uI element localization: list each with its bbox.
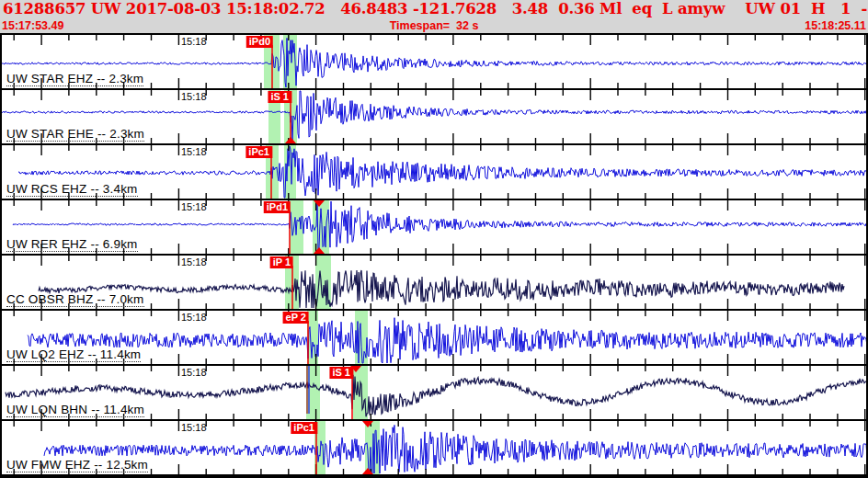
- seismogram-trace[interactable]: [39, 270, 844, 308]
- seismogram-trace[interactable]: [44, 425, 868, 473]
- left-frame-border: [0, 33, 2, 474]
- waveform-panel-3[interactable]: 15:18iPc1UW RCS EHZ -- 3.4km: [0, 143, 868, 199]
- timespan-label: Timespan= 32 s: [390, 19, 479, 32]
- minute-tick-label: 15:18: [181, 147, 207, 157]
- waveform-panel-8[interactable]: 15:18iPc1UW FMW EHZ -- 12.5km: [0, 419, 868, 474]
- seismogram-trace[interactable]: [18, 146, 868, 198]
- station-label: UW STAR EHZ -- 2.3km: [6, 73, 143, 86]
- station-label: UW RCS EHZ -- 3.4km: [6, 183, 138, 197]
- window-start-time: 15:17:53.49: [2, 19, 63, 32]
- pick-label[interactable]: iS 1: [268, 91, 291, 103]
- waveform-panel-5[interactable]: 15:18iP 1CC OBSR BHZ -- 7.0km: [0, 254, 868, 309]
- minute-tick-label: 15:18: [181, 423, 207, 433]
- pick-label[interactable]: eP 2: [283, 312, 309, 324]
- waveform-panel-4[interactable]: 15:18iPd1UW RER EHZ -- 6.9km: [0, 199, 868, 254]
- minute-tick-label: 15:18: [181, 368, 207, 378]
- minute-tick-label: 15:18: [181, 202, 207, 212]
- pick-label[interactable]: iPc1: [291, 422, 317, 434]
- station-label: UW FMW EHZ -- 12.5km: [6, 459, 148, 472]
- waveform-panel-6[interactable]: 15:18eP 2UW LQ2 EHZ -- 11.4km: [0, 309, 868, 364]
- seismogram-trace[interactable]: [13, 201, 868, 251]
- minute-tick-label: 15:18: [181, 37, 207, 47]
- station-label: UW LQ2 EHZ -- 11.4km: [6, 348, 141, 362]
- pick-window-band[interactable]: [306, 366, 320, 419]
- station-label: CC OBSR BHZ -- 7.0km: [6, 293, 144, 307]
- pick-label[interactable]: iP 1: [270, 256, 293, 268]
- station-label: UW RER EHZ -- 6.9km: [6, 238, 138, 252]
- seismic-picker-window: 61288657 UW 2017-08-03 15:18:02.72 46.84…: [0, 0, 868, 478]
- pick-label[interactable]: iPc1: [246, 146, 272, 158]
- window-end-time: 15:18:25.11: [805, 19, 866, 32]
- minute-tick-label: 15:18: [181, 257, 207, 267]
- pick-label[interactable]: iPd1: [264, 201, 291, 213]
- station-label: UW STAR EHE -- 2.3km: [6, 128, 144, 142]
- minute-tick-label: 15:18: [181, 313, 207, 323]
- event-header: 61288657 UW 2017-08-03 15:18:02.72 46.84…: [0, 0, 868, 33]
- waveform-area: 15:18iPc1UW FMW EHZ -- 12.5km15:18iS 1UW…: [0, 33, 868, 478]
- minute-tick-label: 15:18: [181, 92, 207, 102]
- pick-label[interactable]: iPd0: [246, 36, 273, 48]
- seismogram-trace[interactable]: [28, 318, 868, 363]
- event-summary-line: 61288657 UW 2017-08-03 15:18:02.72 46.84…: [3, 0, 868, 17]
- waveform-panel-2[interactable]: 15:18iS 1UW STAR EHE -- 2.3km: [0, 88, 868, 143]
- pick-label[interactable]: iS 1: [329, 367, 353, 379]
- station-label: UW LQN BHN -- 11.4km: [6, 404, 144, 417]
- waveform-panel-7[interactable]: 15:18iS 1UW LQN BHN -- 11.4km: [0, 364, 868, 419]
- waveform-panel-1[interactable]: 15:18iPd0UW STAR EHZ -- 2.3km: [0, 33, 868, 88]
